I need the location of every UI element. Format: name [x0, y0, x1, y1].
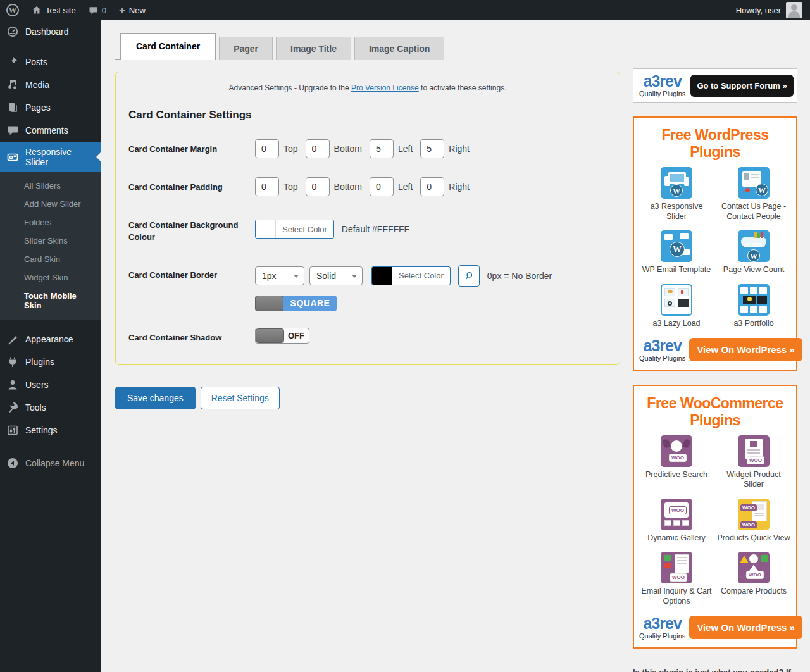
wp-box-title: Free WordPress Plugins — [639, 127, 791, 161]
margin-row: Card Container Margin Top Bottom Left Ri… — [128, 139, 607, 158]
slider-camera-icon — [6, 151, 19, 163]
sidebar-item-comments[interactable]: Comments — [0, 119, 101, 142]
border-select-color-button[interactable]: Select Color — [371, 266, 451, 285]
select-color-label: Select Color — [276, 220, 333, 238]
support-forum-button[interactable]: Go to Support Forum » — [690, 75, 793, 97]
padding-top-input[interactable] — [255, 177, 279, 196]
border-corner-toggle-label: SQUARE — [284, 298, 337, 308]
comment-bubble-icon — [89, 6, 98, 15]
chevron-down-icon — [352, 275, 357, 278]
border-style-select[interactable]: Solid — [309, 266, 363, 285]
sidebar-item-tools[interactable]: Tools — [0, 396, 101, 419]
submenu-card-skin[interactable]: Card Skin — [0, 250, 101, 268]
submenu-widget-skin[interactable]: Widget Skin — [0, 268, 101, 287]
wp-logo-menu[interactable]: W — [0, 0, 25, 20]
sidebar-item-label: Plugins — [25, 357, 54, 367]
padding-left-input[interactable] — [370, 177, 394, 196]
plugin-a3-responsive-slider[interactable]: W a3 Responsive Slider — [639, 167, 714, 221]
submenu-slider-skins[interactable]: Slider Skins — [0, 232, 101, 250]
background-select-color-button[interactable]: Select Color — [255, 220, 334, 239]
sidebar-item-plugins[interactable]: Plugins — [0, 351, 101, 373]
border-hint: 0px = No Border — [487, 271, 552, 281]
margin-bottom-input[interactable] — [306, 139, 330, 158]
submenu-touch-mobile-skin[interactable]: Touch Mobile Skin — [0, 287, 101, 314]
border-preview-button[interactable] — [458, 265, 480, 287]
sidebar-item-dashboard[interactable]: Dashboard — [0, 20, 101, 43]
pro-upgrade-notice: Advanced Settings - Upgrade to the Pro V… — [128, 84, 607, 92]
howdy-text[interactable]: Howdy, user — [736, 6, 781, 15]
plugin-compare-products[interactable]: WOO Compare Products — [716, 552, 791, 606]
save-changes-button[interactable]: Save changes — [115, 387, 196, 409]
widget-product-slider-icon: WOO — [738, 435, 770, 467]
padding-right-input[interactable] — [420, 177, 444, 196]
plugin-email-inquiry-cart-options[interactable]: WOO Email Inquiry & Cart Options — [639, 552, 714, 606]
margin-label: Card Container Margin — [128, 139, 255, 158]
woo-box-title: Free WooCommerce Plugins — [639, 395, 791, 429]
reset-settings-button[interactable]: Reset Settings — [201, 387, 280, 409]
view-on-wordpress-button[interactable]: View On WordPress » — [689, 338, 802, 361]
margin-top-input[interactable] — [255, 139, 279, 158]
sidebar-item-settings[interactable]: Settings — [0, 419, 101, 442]
appearance-icon — [6, 333, 19, 345]
panel-heading: Card Container Settings — [128, 109, 607, 121]
tab-image-caption[interactable]: Image Caption — [354, 37, 444, 60]
user-avatar[interactable] — [786, 2, 802, 18]
toggle-knob — [255, 296, 284, 311]
padding-row: Card Container Padding Top Bottom Left R… — [128, 177, 607, 196]
collapse-menu-button[interactable]: Collapse Menu — [0, 452, 101, 475]
border-style-value: Solid — [316, 271, 336, 281]
notice-prefix: Advanced Settings - Upgrade to the — [229, 84, 351, 92]
view-on-wordpress-button[interactable]: View On WordPress » — [689, 616, 802, 639]
sidebar-item-responsive-slider[interactable]: Responsive Slider — [0, 142, 101, 172]
new-label: New — [129, 6, 146, 15]
tab-image-title[interactable]: Image Title — [276, 37, 351, 60]
tab-pager[interactable]: Pager — [219, 37, 273, 60]
rating-prompt: Is this plugin is just what you needed? … — [633, 668, 797, 672]
plugin-dynamic-gallery[interactable]: WOO Dynamic Gallery — [639, 499, 714, 544]
pro-version-license-link[interactable]: Pro Version License — [351, 84, 419, 92]
tab-card-container[interactable]: Card Container — [120, 33, 216, 60]
border-width-value: 1px — [262, 271, 277, 281]
new-content-menu[interactable]: + New — [113, 0, 152, 20]
submenu-folders[interactable]: Folders — [0, 213, 101, 232]
background-color-swatch — [256, 220, 276, 238]
background-colour-row: Card Container Background Colour Select … — [128, 215, 607, 244]
plugin-page-view-count[interactable]: 10,250.. W Page View Count — [716, 230, 791, 275]
sidebar-item-posts[interactable]: Posts — [0, 51, 101, 73]
sidebar-item-media[interactable]: Media — [0, 73, 101, 96]
plugin-products-quick-view[interactable]: WOO WOO Products Quick View — [716, 499, 791, 544]
background-colour-label: Card Container Background Colour — [128, 215, 255, 244]
plugin-widget-product-slider[interactable]: WOO Widget Product Slider — [716, 435, 791, 490]
margin-left-input[interactable] — [370, 139, 394, 158]
plugin-a3-lazy-load[interactable]: a3 Lazy Load — [639, 284, 714, 329]
main-content: Card Container Pager Image Title Image C… — [101, 20, 810, 672]
sidebar-item-pages[interactable]: Pages — [0, 96, 101, 119]
padding-bottom-input[interactable] — [306, 177, 330, 196]
plugin-wp-email-template[interactable]: W WP Email Template — [639, 230, 714, 275]
shadow-toggle[interactable]: OFF — [255, 328, 309, 344]
plugin-contact-us-page[interactable]: W Contact Us Page - Contact People — [716, 167, 791, 221]
margin-top-suffix: Top — [284, 144, 298, 154]
settings-tabs: Card Container Pager Image Title Image C… — [120, 33, 621, 60]
margin-right-suffix: Right — [449, 144, 470, 154]
a3rev-logo: a3rev Quality Plugins — [639, 616, 685, 640]
border-width-select[interactable]: 1px — [255, 266, 304, 285]
submenu-all-sliders[interactable]: All Sliders — [0, 177, 101, 195]
comments-bubble[interactable]: 0 — [82, 0, 113, 20]
toggle-knob — [256, 328, 284, 343]
sidebar-item-label: Responsive Slider — [25, 147, 96, 167]
sidebar-item-users[interactable]: Users — [0, 373, 101, 396]
border-label: Card Container Border — [128, 265, 255, 311]
margin-right-input[interactable] — [420, 139, 444, 158]
visit-site-link[interactable]: Test site — [25, 0, 82, 20]
sidebar-item-label: Dashboard — [25, 27, 69, 37]
submenu-add-new-slider[interactable]: Add New Slider — [0, 195, 101, 213]
a3rev-logo-subtitle: Quality Plugins — [639, 633, 685, 640]
sidebar-item-appearance[interactable]: Appearance — [0, 328, 101, 351]
border-corner-toggle[interactable]: SQUARE — [255, 296, 337, 311]
sidebar-item-label: Tools — [25, 402, 46, 413]
plugin-a3-portfolio[interactable]: a3 Portfolio — [716, 284, 791, 329]
plugin-predictive-search[interactable]: WOO Predictive Search — [639, 435, 714, 490]
border-row: Card Container Border 1px Solid — [128, 265, 607, 311]
collapse-menu-label: Collapse Menu — [25, 458, 84, 468]
